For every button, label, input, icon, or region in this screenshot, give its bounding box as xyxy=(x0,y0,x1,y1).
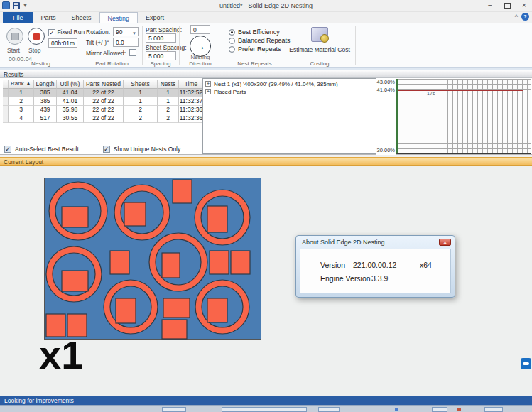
window-title: untitled* - Solid Edge 2D Nesting xyxy=(0,2,532,9)
layout-canvas[interactable]: x1 About Solid Edge 2D Nesting × Version… xyxy=(0,166,532,396)
rotation-dropdown[interactable]: 90▼ xyxy=(113,27,139,36)
run-duration-field[interactable]: 00h:01m xyxy=(48,38,77,48)
radio-icon[interactable] xyxy=(229,29,235,36)
ribbon: Start Stop 00:00:04 ✓ Fixed Run 00h:01m … xyxy=(0,23,532,68)
tab-sheets[interactable]: Sheets xyxy=(64,12,99,23)
tree-item-label: Nest 1 (x1) '400x300' (39.49% / 41.04%, … xyxy=(214,81,338,87)
ribbon-right-controls: ^ ? xyxy=(515,13,529,21)
restore-icon[interactable] xyxy=(501,1,514,10)
column-header-time[interactable]: Time xyxy=(179,80,204,89)
stop-button[interactable] xyxy=(28,28,45,45)
nest-tree[interactable]: +Nest 1 (x1) '400x300' (39.49% / 41.04%,… xyxy=(202,78,376,154)
engine-version-label: Engine Version xyxy=(320,274,371,283)
table-row[interactable]: 138541.0422 of 221111:32:52 xyxy=(3,89,204,97)
start-button[interactable] xyxy=(6,28,23,45)
tab-file[interactable]: File xyxy=(3,12,33,23)
row-selector[interactable] xyxy=(3,89,9,97)
radio-icon[interactable] xyxy=(229,38,235,44)
rect-part xyxy=(231,251,250,274)
tree-item[interactable]: +Nest 1 (x1) '400x300' (39.49% / 41.04%,… xyxy=(205,80,374,87)
mirror-checkbox[interactable] xyxy=(129,49,136,56)
collapse-ribbon-icon[interactable]: ^ xyxy=(515,13,518,21)
cell-nests: 1 xyxy=(158,97,179,106)
minimize-icon[interactable]: − xyxy=(484,1,496,10)
estimate-cost-button[interactable]: Estimate Material Cost xyxy=(288,46,352,53)
start-icon xyxy=(12,33,18,40)
column-header-length[interactable]: Length xyxy=(34,80,57,89)
expand-icon[interactable]: + xyxy=(205,81,211,87)
ribbon-tab-row: FilePartsSheetsNestingExport xyxy=(0,12,532,23)
y-axis-label: 30.00% xyxy=(377,147,395,153)
checkbox-icon[interactable]: ✓ xyxy=(4,146,11,153)
about-dialog: About Solid Edge 2D Nesting × Version 22… xyxy=(295,235,455,298)
taskbar-box xyxy=(318,407,340,412)
table-row[interactable]: 238541.0122 of 221111:32:37 xyxy=(3,97,204,106)
cell-length: 385 xyxy=(34,89,57,97)
taskbar-box xyxy=(162,407,186,412)
row-selector[interactable] xyxy=(3,97,9,106)
cell-length: 385 xyxy=(34,97,57,106)
nesting-group-label: Nesting xyxy=(0,60,82,67)
option-label: Show Unique Nests Only xyxy=(114,146,181,153)
rect-part xyxy=(210,251,229,274)
rect-part xyxy=(116,298,136,323)
table-row[interactable]: 451730.5522 of 222211:32:36 xyxy=(3,114,204,123)
sheet-spacing-field[interactable]: 5.000 xyxy=(146,51,176,60)
table-header-row: Rank ▲LengthUtil (%)Parts NestedSheetsNe… xyxy=(3,80,204,89)
utilization-line xyxy=(398,90,523,91)
direction-angle-field[interactable]: 0 xyxy=(190,25,210,34)
cell-util-: 41.04 xyxy=(57,89,84,97)
column-header-parts-nested[interactable]: Parts Nested xyxy=(84,80,124,89)
rect-part xyxy=(173,180,192,203)
radio-icon[interactable] xyxy=(229,46,235,53)
column-header-rank[interactable]: Rank ▲ xyxy=(9,80,34,89)
results-table[interactable]: Rank ▲LengthUtil (%)Parts NestedSheetsNe… xyxy=(3,80,204,123)
rotation-label: Rotation: xyxy=(86,28,110,36)
direction-group-label: Nesting Direction xyxy=(179,54,222,67)
cell-time: 11:32:36 xyxy=(179,114,204,123)
chart-annotation: 17s xyxy=(426,91,435,96)
row-selector[interactable] xyxy=(3,114,9,123)
taskbar-icon xyxy=(395,408,398,411)
column-header-util-[interactable]: Util (%) xyxy=(57,80,84,89)
row-selector[interactable] xyxy=(3,106,9,114)
y-axis-label: 41.04% xyxy=(377,87,395,93)
status-bar: Looking for improvements xyxy=(0,396,532,405)
app-window: ▼ untitled* - Solid Edge 2D Nesting − × … xyxy=(0,0,532,412)
remote-access-icon[interactable] xyxy=(521,358,531,369)
start-label: Start xyxy=(7,47,20,54)
cell-nests: 1 xyxy=(158,89,179,97)
rect-part xyxy=(163,298,190,318)
cell-parts-nested: 22 of 22 xyxy=(84,114,124,123)
efficiency-chart: 17s xyxy=(396,79,531,154)
cell-sheets: 2 xyxy=(124,114,158,123)
fixed-run-checkbox[interactable]: ✓ xyxy=(48,29,55,36)
checkbox-icon[interactable]: ✓ xyxy=(103,146,110,153)
table-row[interactable]: 343935.9822 of 222211:32:36 xyxy=(3,106,204,114)
option-show-unique-nests-only[interactable]: ✓Show Unique Nests Only xyxy=(103,146,181,153)
rect-part xyxy=(124,202,146,226)
expand-icon[interactable]: + xyxy=(205,89,211,94)
tree-item[interactable]: +Placed Parts xyxy=(205,88,374,95)
estimate-cost-icon xyxy=(311,27,328,42)
stop-label: Stop xyxy=(28,47,41,54)
column-header-nests[interactable]: Nests xyxy=(158,80,179,89)
tab-nesting[interactable]: Nesting xyxy=(99,12,139,23)
dialog-close-icon[interactable]: × xyxy=(439,239,451,246)
close-icon[interactable]: × xyxy=(518,1,531,10)
cell-length: 439 xyxy=(34,106,57,114)
repeat-option-balanced-repeats[interactable]: Balanced Repeats xyxy=(229,36,291,45)
tilt-field[interactable]: 0.0 xyxy=(113,38,139,47)
results-section-header: Results xyxy=(0,70,532,78)
tab-export[interactable]: Export xyxy=(138,12,172,23)
part-spacing-field[interactable]: 5.000 xyxy=(146,33,176,43)
column-header-sheets[interactable]: Sheets xyxy=(124,80,158,89)
fixed-run-option[interactable]: ✓ Fixed Run xyxy=(48,28,85,36)
tab-parts[interactable]: Parts xyxy=(33,12,64,23)
repeat-option-best-efficiency[interactable]: Best Efficiency xyxy=(229,28,291,36)
option-auto-select-best-result[interactable]: ✓Auto-Select Best Result xyxy=(4,146,79,153)
help-icon[interactable]: ? xyxy=(521,13,529,21)
sheet-spacing-label: Sheet Spacing: xyxy=(146,44,187,51)
nested-sheet xyxy=(44,178,261,340)
repeat-option-prefer-repeats[interactable]: Prefer Repeats xyxy=(229,45,291,53)
